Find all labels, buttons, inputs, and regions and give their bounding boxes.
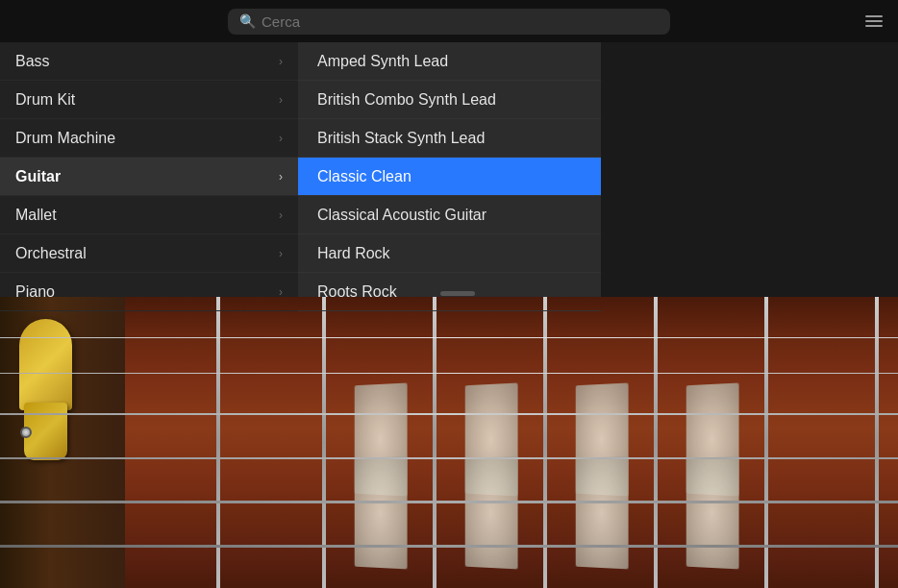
chevron-icon: › [279, 132, 283, 145]
preset-british-stack-synth-lead[interactable]: British Stack Synth Lead [298, 119, 601, 158]
sidebar-item-guitar[interactable]: Guitar › [0, 158, 298, 196]
guitar-string-4 [0, 457, 898, 460]
sidebar-item-orchestral[interactable]: Orchestral › [0, 234, 298, 273]
fret-marker-9b [686, 455, 739, 569]
chevron-icon: › [279, 208, 283, 222]
guitar-string-1 [0, 337, 898, 338]
guitar-string-5 [0, 501, 898, 503]
search-input[interactable] [262, 13, 659, 30]
search-input-wrap[interactable]: 🔍 [228, 9, 670, 35]
search-bar: 🔍 [0, 0, 898, 42]
sidebar-item-drumkit[interactable]: Drum Kit › [0, 81, 298, 119]
chevron-icon: › [279, 93, 283, 107]
fret-marker-5b [465, 455, 518, 569]
menu-button[interactable] [865, 15, 883, 27]
fret-marker-3b [355, 455, 408, 569]
guitar-string-2 [0, 373, 898, 375]
sidebar-item-mallet[interactable]: Mallet › [0, 196, 298, 234]
fretboard [0, 297, 898, 588]
main-layout: Bass › Drum Kit › Drum Machine › Guitar … [0, 42, 898, 588]
sidebar-item-piano[interactable]: Piano › [0, 273, 298, 311]
sidebar-item-drummachine[interactable]: Drum Machine › [0, 119, 298, 158]
preset-british-combo-synth-lead[interactable]: British Combo Synth Lead [298, 81, 601, 119]
guitar-string-3 [0, 413, 898, 415]
preset-hard-rock[interactable]: Hard Rock [298, 234, 601, 273]
drag-handle[interactable] [440, 291, 475, 296]
guitar-string-6 [0, 545, 898, 549]
chevron-icon: › [279, 247, 283, 260]
left-panel: Bass › Drum Kit › Drum Machine › Guitar … [0, 42, 298, 297]
menu-row: Bass › Drum Kit › Drum Machine › Guitar … [0, 42, 601, 297]
search-icon: 🔍 [239, 13, 256, 29]
preset-classic-clean[interactable]: Classic Clean [298, 158, 601, 196]
right-panel: Amped Synth Lead British Combo Synth Lea… [298, 42, 601, 297]
chevron-icon: › [279, 55, 283, 68]
sidebar-item-bass[interactable]: Bass › [0, 42, 298, 81]
chevron-icon: › [279, 285, 283, 299]
chevron-icon: › [279, 170, 283, 184]
preset-classical-acoustic-guitar[interactable]: Classical Acoustic Guitar [298, 196, 601, 234]
preset-amped-synth-lead[interactable]: Amped Synth Lead [298, 42, 601, 81]
fret-marker-7b [576, 455, 629, 569]
